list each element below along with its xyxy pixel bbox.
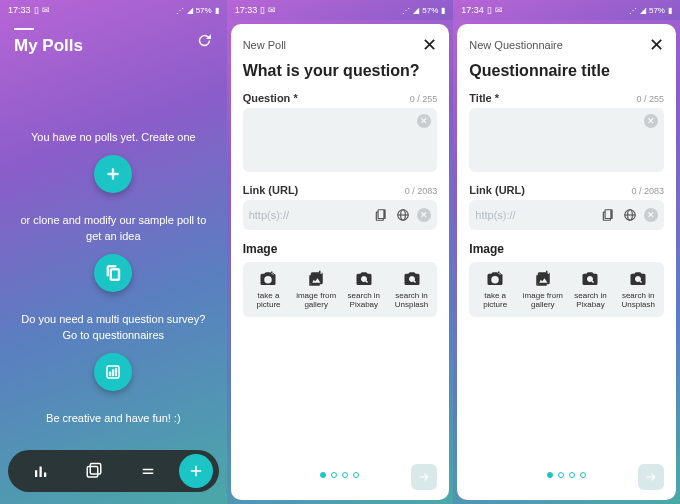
- image-label: Image: [469, 242, 664, 256]
- page-dot[interactable]: [569, 472, 575, 478]
- signal-icon: ◢: [187, 6, 193, 15]
- title-label: Title *: [469, 92, 499, 104]
- clone-poll-button[interactable]: [94, 254, 132, 292]
- screen-new-questionnaire: 17:34 ▯ ✉ ⋰ ◢ 57% ▮ New Questionnaire ✕ …: [453, 0, 680, 504]
- bottom-nav: [8, 450, 219, 492]
- page-dot[interactable]: [580, 472, 586, 478]
- page-dot[interactable]: [331, 472, 337, 478]
- next-button[interactable]: [638, 464, 664, 490]
- battery-text: 57%: [422, 6, 438, 15]
- close-icon[interactable]: ✕: [649, 34, 664, 56]
- title-accent: [14, 28, 34, 30]
- svg-rect-8: [91, 464, 102, 475]
- pager: [547, 472, 586, 478]
- gallery-option[interactable]: image from gallery: [292, 270, 340, 309]
- page-dot[interactable]: [342, 472, 348, 478]
- battery-text: 57%: [649, 6, 665, 15]
- fab-add-button[interactable]: [179, 454, 213, 488]
- svg-rect-9: [143, 469, 154, 471]
- page-dot[interactable]: [547, 472, 553, 478]
- status-time: 17:34: [461, 5, 484, 15]
- link-label: Link (URL): [469, 184, 525, 196]
- header: My Polls: [0, 20, 227, 70]
- battery-icon: ▮: [441, 6, 445, 15]
- status-bar: 17:34 ▯ ✉ ⋰ ◢ 57% ▮: [453, 0, 680, 20]
- gallery-option-label: image from gallery: [519, 291, 567, 309]
- image-options: take a picture image from gallery search…: [243, 262, 438, 317]
- camera-option-label: take a picture: [471, 291, 519, 309]
- svg-rect-5: [39, 467, 41, 478]
- notif-icon: ✉: [42, 5, 50, 15]
- screen-new-poll: 17:33 ▯ ✉ ⋰ ◢ 57% ▮ New Poll ✕ What is y…: [227, 0, 454, 504]
- pixabay-option-label: search in Pixabay: [567, 291, 615, 309]
- page-title: My Polls: [14, 36, 83, 56]
- battery-text: 57%: [196, 6, 212, 15]
- battery-icon: ▮: [215, 6, 219, 15]
- link-input[interactable]: http(s):// ✕: [243, 200, 438, 230]
- pixabay-option[interactable]: search in Pixabay: [567, 270, 615, 309]
- pager: [320, 472, 359, 478]
- gallery-option[interactable]: image from gallery: [519, 270, 567, 309]
- link-placeholder: http(s)://: [475, 209, 594, 221]
- nav-polls[interactable]: [14, 462, 68, 480]
- empty-text-1: You have no polls yet. Create one: [31, 130, 196, 145]
- questionnaire-button[interactable]: [94, 353, 132, 391]
- pixabay-option-label: search in Pixabay: [340, 291, 388, 309]
- clear-icon[interactable]: ✕: [417, 114, 431, 128]
- notif-icon: ✉: [495, 5, 503, 15]
- image-options: take a picture image from gallery search…: [469, 262, 664, 317]
- status-bar: 17:33 ▯ ✉ ⋰ ◢ 57% ▮: [0, 0, 227, 20]
- unsplash-option[interactable]: search in Unsplash: [388, 270, 436, 309]
- notif-icon: ▯: [487, 5, 492, 15]
- refresh-icon[interactable]: [196, 32, 213, 53]
- page-dot[interactable]: [320, 472, 326, 478]
- svg-rect-7: [88, 467, 99, 478]
- notif-icon: ▯: [260, 5, 265, 15]
- camera-option[interactable]: take a picture: [471, 270, 519, 309]
- svg-rect-1: [110, 372, 112, 376]
- svg-rect-3: [116, 368, 118, 376]
- link-counter: 0 / 2083: [631, 186, 664, 196]
- empty-text-2: or clone and modify our sample poll to g…: [20, 213, 207, 244]
- nav-menu[interactable]: [121, 462, 175, 480]
- close-icon[interactable]: ✕: [422, 34, 437, 56]
- wifi-icon: ⋰: [402, 6, 410, 15]
- signal-icon: ◢: [640, 6, 646, 15]
- clipboard-icon[interactable]: [373, 207, 389, 223]
- unsplash-option-label: search in Unsplash: [388, 291, 436, 309]
- battery-icon: ▮: [668, 6, 672, 15]
- globe-icon[interactable]: [622, 207, 638, 223]
- page-dot[interactable]: [353, 472, 359, 478]
- wifi-icon: ⋰: [176, 6, 184, 15]
- camera-option-label: take a picture: [245, 291, 293, 309]
- screen-my-polls: 17:33 ▯ ✉ ⋰ ◢ 57% ▮ My Polls You have no…: [0, 0, 227, 504]
- title-input[interactable]: ✕: [469, 108, 664, 172]
- question-counter: 0 / 255: [410, 94, 438, 104]
- link-input[interactable]: http(s):// ✕: [469, 200, 664, 230]
- create-poll-button[interactable]: [94, 155, 132, 193]
- pixabay-option[interactable]: search in Pixabay: [340, 270, 388, 309]
- status-bar: 17:33 ▯ ✉ ⋰ ◢ 57% ▮: [227, 0, 454, 20]
- empty-text-3: Do you need a multi question survey? Go …: [20, 312, 207, 343]
- nav-questionnaires[interactable]: [68, 462, 122, 480]
- question-input[interactable]: ✕: [243, 108, 438, 172]
- clear-icon[interactable]: ✕: [644, 208, 658, 222]
- card: New Poll ✕ What is your question? Questi…: [231, 24, 450, 500]
- clipboard-icon[interactable]: [600, 207, 616, 223]
- gallery-option-label: image from gallery: [292, 291, 340, 309]
- clear-icon[interactable]: ✕: [417, 208, 431, 222]
- question-label: Question *: [243, 92, 298, 104]
- card-title: Questionnaire title: [469, 62, 664, 80]
- globe-icon[interactable]: [395, 207, 411, 223]
- title-counter: 0 / 255: [636, 94, 664, 104]
- next-button[interactable]: [411, 464, 437, 490]
- page-dot[interactable]: [558, 472, 564, 478]
- link-label: Link (URL): [243, 184, 299, 196]
- clear-icon[interactable]: ✕: [644, 114, 658, 128]
- camera-option[interactable]: take a picture: [245, 270, 293, 309]
- card: New Questionnaire ✕ Questionnaire title …: [457, 24, 676, 500]
- unsplash-option[interactable]: search in Unsplash: [614, 270, 662, 309]
- link-counter: 0 / 2083: [405, 186, 438, 196]
- card-header-label: New Poll: [243, 39, 286, 51]
- svg-rect-6: [44, 473, 46, 478]
